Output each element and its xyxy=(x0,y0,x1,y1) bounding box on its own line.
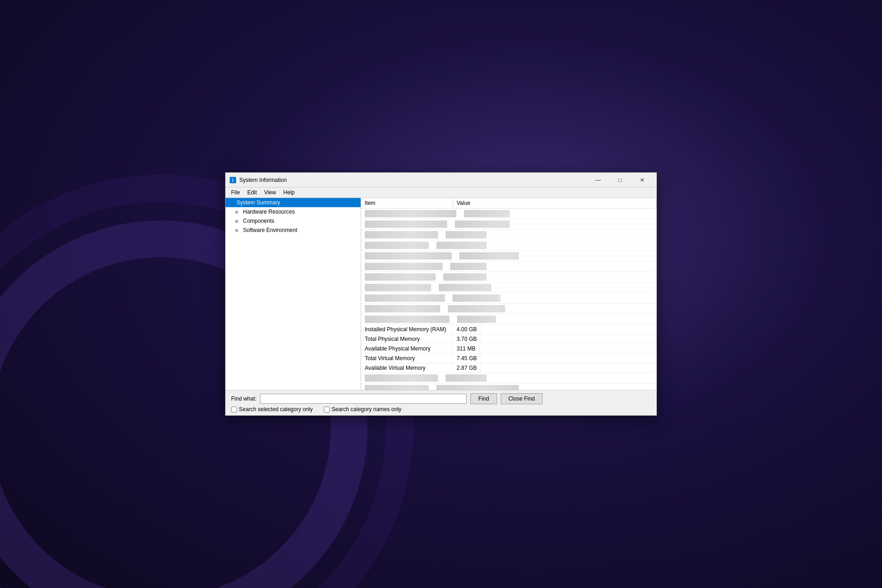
cell-value: 2.87 GB xyxy=(453,363,481,373)
table-row xyxy=(361,230,656,240)
table-row xyxy=(361,219,656,230)
tree-item-software-environment[interactable]: ⊕ Software Environment xyxy=(226,226,361,235)
titlebar: i System Information — □ ✕ xyxy=(226,173,656,187)
expand-icon: ⊕ xyxy=(235,228,242,233)
blurred-cell xyxy=(365,273,436,281)
find-input[interactable] xyxy=(260,394,467,404)
table-row: Available Virtual Memory 2.87 GB xyxy=(361,363,656,373)
table-row: Installed Physical Memory (RAM) 4.00 GB xyxy=(361,325,656,334)
blurred-cell xyxy=(464,210,510,217)
cell-value: 7.45 GB xyxy=(453,354,481,363)
blurred-cell xyxy=(443,273,487,281)
col-header-item: Item xyxy=(361,198,453,208)
svg-text:i: i xyxy=(232,178,234,183)
blurred-cell xyxy=(448,305,505,312)
cell-value: 311 MB xyxy=(453,344,480,353)
cell-item: Total Virtual Memory xyxy=(361,354,453,363)
search-category-checkbox[interactable] xyxy=(324,407,330,413)
blurred-cell xyxy=(457,316,496,323)
close-find-button[interactable]: Close Find xyxy=(501,393,543,404)
blurred-cell xyxy=(365,210,457,217)
blurred-cell xyxy=(365,263,443,270)
table-row xyxy=(361,293,656,304)
blurred-cell xyxy=(365,220,447,228)
table-row xyxy=(361,384,656,390)
table-row xyxy=(361,240,656,251)
search-selected-checkbox[interactable] xyxy=(231,407,237,413)
system-information-window: i System Information — □ ✕ File Edit Vie… xyxy=(225,172,657,416)
tree-item-components[interactable]: ⊕ Components xyxy=(226,216,361,226)
tree-label: System Summary xyxy=(237,199,280,206)
detail-panel[interactable]: Item Value xyxy=(361,198,656,390)
search-category-label[interactable]: Search category names only xyxy=(324,406,401,413)
blurred-cell xyxy=(436,242,487,249)
find-bar: Find what: Find Close Find Search select… xyxy=(226,390,656,415)
blurred-cell xyxy=(365,242,429,249)
window-title: System Information xyxy=(239,177,287,183)
cell-item: Installed Physical Memory (RAM) xyxy=(361,325,453,334)
table-row xyxy=(361,209,656,219)
search-selected-text: Search selected category only xyxy=(239,406,313,413)
search-selected-label[interactable]: Search selected category only xyxy=(231,406,313,413)
find-button[interactable]: Find xyxy=(470,393,497,404)
menu-edit[interactable]: Edit xyxy=(243,188,260,197)
blurred-cell xyxy=(459,252,519,260)
blurred-cell xyxy=(439,284,492,291)
cell-value: 3.70 GB xyxy=(453,334,481,344)
blurred-cell xyxy=(455,220,510,228)
blurred-cell xyxy=(365,305,441,312)
find-row: Find what: Find Close Find xyxy=(231,393,651,404)
col-header-value: Value xyxy=(453,198,656,208)
blurred-cell xyxy=(365,374,438,382)
titlebar-controls: — □ ✕ xyxy=(588,175,653,186)
blurred-cell xyxy=(446,231,487,238)
tree-label: Components xyxy=(243,218,274,224)
detail-header: Item Value xyxy=(361,198,656,209)
expand-icon: ⊕ xyxy=(235,209,242,215)
titlebar-left: i System Information xyxy=(229,176,287,184)
tree-item-system-summary[interactable]: System Summary xyxy=(226,198,361,207)
tree-item-hardware-resources[interactable]: ⊕ Hardware Resources xyxy=(226,207,361,216)
table-row: Available Physical Memory 311 MB xyxy=(361,344,656,354)
blurred-cell xyxy=(436,385,519,390)
table-row xyxy=(361,304,656,314)
blurred-cell xyxy=(365,316,450,323)
cell-value: 4.00 GB xyxy=(453,325,481,334)
menu-view[interactable]: View xyxy=(260,188,280,197)
find-what-label: Find what: xyxy=(231,396,256,402)
menubar: File Edit View Help xyxy=(226,187,656,198)
table-row xyxy=(361,314,656,325)
menu-file[interactable]: File xyxy=(227,188,243,197)
table-row: Total Virtual Memory 7.45 GB xyxy=(361,354,656,363)
tree-panel: System Summary ⊕ Hardware Resources ⊕ Co… xyxy=(226,198,361,390)
table-row xyxy=(361,261,656,272)
blurred-cell xyxy=(365,294,445,302)
cell-item: Available Virtual Memory xyxy=(361,363,453,373)
checkbox-row: Search selected category only Search cat… xyxy=(231,406,651,413)
blurred-cell xyxy=(446,374,487,382)
cell-item: Available Physical Memory xyxy=(361,344,453,353)
table-row xyxy=(361,272,656,283)
search-category-text: Search category names only xyxy=(332,406,401,413)
blurred-cell xyxy=(365,252,452,260)
tree-label: Software Environment xyxy=(243,227,297,233)
expand-icon: ⊕ xyxy=(235,219,242,224)
tree-label: Hardware Resources xyxy=(243,209,295,215)
cell-item: Total Physical Memory xyxy=(361,334,453,344)
table-row xyxy=(361,373,656,384)
blurred-cell xyxy=(450,263,487,270)
blurred-cell xyxy=(365,385,429,390)
blurred-cell xyxy=(365,284,431,291)
table-row: Total Physical Memory 3.70 GB xyxy=(361,334,656,344)
table-row xyxy=(361,283,656,293)
main-content: System Summary ⊕ Hardware Resources ⊕ Co… xyxy=(226,198,656,390)
maximize-button[interactable]: □ xyxy=(610,175,631,186)
blurred-cell xyxy=(452,294,501,302)
table-row xyxy=(361,251,656,261)
app-icon: i xyxy=(229,176,237,184)
blurred-cell xyxy=(365,231,438,238)
menu-help[interactable]: Help xyxy=(280,188,299,197)
minimize-button[interactable]: — xyxy=(588,175,609,186)
close-button[interactable]: ✕ xyxy=(632,175,653,186)
